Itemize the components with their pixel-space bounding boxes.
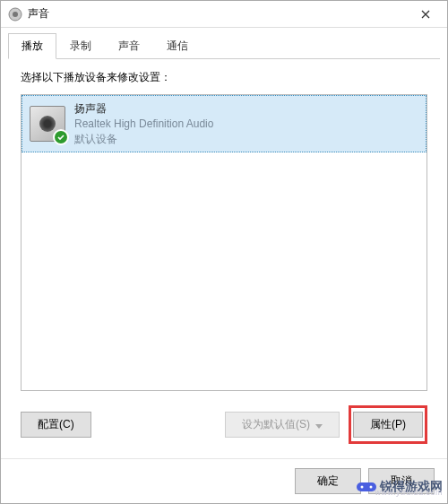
device-item[interactable]: 扬声器 Realtek High Definition Audio 默认设备: [22, 95, 426, 152]
tab-sounds[interactable]: 声音: [105, 33, 153, 59]
close-button[interactable]: [408, 1, 444, 27]
instruction-text: 选择以下播放设备来修改设置：: [21, 70, 427, 85]
app-icon: [8, 7, 22, 22]
svg-point-3: [361, 486, 364, 489]
ok-button[interactable]: 确定: [295, 468, 361, 494]
window-title: 声音: [28, 6, 408, 22]
device-status: 默认设备: [74, 132, 213, 147]
right-button-group: 设为默认值(S) 属性(P): [225, 405, 427, 444]
default-device-badge: [53, 129, 69, 145]
tab-communications[interactable]: 通信: [153, 33, 202, 59]
svg-rect-2: [357, 482, 376, 491]
sound-settings-window: 声音 播放 录制 声音 通信 选择以下播放设备来修改设置：: [0, 0, 448, 504]
device-description: Realtek High Definition Audio: [74, 117, 213, 132]
playback-device-list[interactable]: 扬声器 Realtek High Definition Audio 默认设备: [21, 94, 427, 391]
tab-strip: 播放 录制 声音 通信: [1, 28, 447, 59]
titlebar: 声音: [1, 1, 447, 28]
properties-button[interactable]: 属性(P): [353, 412, 423, 438]
device-texts: 扬声器 Realtek High Definition Audio 默认设备: [74, 101, 213, 146]
properties-highlight: 属性(P): [349, 405, 427, 444]
watermark-url: www.ytruida.com: [375, 488, 443, 497]
configure-button[interactable]: 配置(C): [21, 412, 91, 438]
device-name: 扬声器: [74, 101, 213, 117]
playback-panel: 选择以下播放设备来修改设置： 扬声器 Realtek High Definiti…: [8, 58, 440, 458]
tab-recording[interactable]: 录制: [56, 33, 105, 59]
device-icon-wrap: [30, 106, 65, 142]
set-default-button[interactable]: 设为默认值(S): [225, 412, 340, 438]
svg-point-1: [13, 12, 18, 17]
tab-playback[interactable]: 播放: [8, 33, 56, 59]
chevron-down-icon: [315, 419, 323, 431]
set-default-label: 设为默认值(S): [242, 417, 310, 432]
panel-button-row: 配置(C) 设为默认值(S) 属性(P): [21, 391, 427, 451]
svg-point-4: [370, 486, 373, 489]
watermark: 锐得游戏网 www.ytruida.com: [357, 479, 443, 495]
gamepad-icon: [357, 480, 376, 494]
